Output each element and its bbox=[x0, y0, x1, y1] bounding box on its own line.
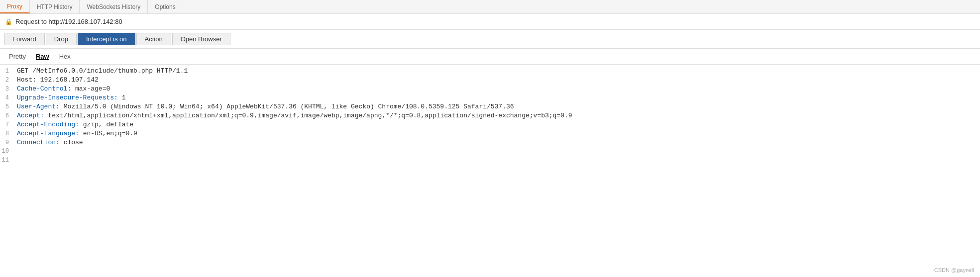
request-url: Request to http://192.168.107.142:80 bbox=[15, 18, 122, 25]
top-bar: ProxyHTTP HistoryWebSockets HistoryOptio… bbox=[0, 0, 980, 14]
line-text: Upgrade-Insecure-Requests: 1 bbox=[17, 94, 125, 101]
format-tab-pretty[interactable]: Pretty bbox=[4, 52, 31, 61]
line-text: Cache-Control: max-age=0 bbox=[17, 85, 110, 92]
top-bar-tab-proxy[interactable]: Proxy bbox=[0, 0, 30, 13]
top-bar-tab-http-history[interactable]: HTTP History bbox=[30, 0, 80, 13]
table-row: 6Accept: text/html,application/xhtml+xml… bbox=[0, 111, 980, 120]
table-row: 9Connection: close bbox=[0, 138, 980, 147]
line-number: 6 bbox=[0, 112, 12, 119]
open-browser-button[interactable]: Open Browser bbox=[172, 33, 230, 45]
line-text: Accept-Encoding: gzip, deflate bbox=[17, 121, 133, 128]
toolbar: ForwardDropIntercept is onActionOpen Bro… bbox=[0, 30, 980, 49]
forward-button[interactable]: Forward bbox=[4, 33, 45, 45]
top-bar-tab-options[interactable]: Options bbox=[148, 0, 183, 13]
line-number: 3 bbox=[0, 86, 12, 92]
content-area: 1GET /MetInfo6.0.0/include/thumb.php HTT… bbox=[0, 65, 980, 167]
line-number: 1 bbox=[0, 68, 12, 75]
table-row: 8Accept-Language: en-US,en;q=0.9 bbox=[0, 129, 980, 138]
table-row: 3Cache-Control: max-age=0 bbox=[0, 85, 980, 93]
line-text: Host: 192.168.107.142 bbox=[17, 76, 99, 84]
table-row: 10 bbox=[0, 147, 980, 156]
table-row: 1GET /MetInfo6.0.0/include/thumb.php HTT… bbox=[0, 67, 980, 76]
top-bar-tab-websockets-history[interactable]: WebSockets History bbox=[80, 0, 148, 13]
line-text: User-Agent: Mozilla/5.0 (Windows NT 10.0… bbox=[17, 103, 514, 110]
line-text: GET /MetInfo6.0.0/include/thumb.php HTTP… bbox=[17, 67, 188, 75]
table-row: 5User-Agent: Mozilla/5.0 (Windows NT 10.… bbox=[0, 102, 980, 111]
lock-icon: 🔒 bbox=[5, 18, 12, 25]
format-tabs: PrettyRawHex bbox=[0, 49, 980, 65]
line-number: 8 bbox=[0, 130, 12, 137]
table-row: 11 bbox=[0, 156, 980, 165]
line-text: Connection: close bbox=[17, 139, 83, 146]
line-number: 10 bbox=[0, 148, 12, 155]
intercept-button[interactable]: Intercept is on bbox=[78, 33, 135, 45]
table-row: 4Upgrade-Insecure-Requests: 1 bbox=[0, 93, 980, 102]
table-row: 2Host: 192.168.107.142 bbox=[0, 76, 980, 85]
line-number: 9 bbox=[0, 139, 12, 146]
request-bar: 🔒 Request to http://192.168.107.142:80 bbox=[0, 14, 980, 30]
drop-button[interactable]: Drop bbox=[46, 33, 77, 45]
line-number: 4 bbox=[0, 94, 12, 101]
line-number: 11 bbox=[0, 157, 12, 164]
line-text: Accept-Language: en-US,en;q=0.9 bbox=[17, 130, 137, 137]
line-number: 2 bbox=[0, 77, 12, 84]
line-number: 5 bbox=[0, 103, 12, 110]
line-number: 7 bbox=[0, 121, 12, 128]
format-tab-raw[interactable]: Raw bbox=[31, 52, 54, 61]
action-button[interactable]: Action bbox=[136, 33, 171, 45]
format-tab-hex[interactable]: Hex bbox=[54, 52, 76, 61]
watermark: CSDN @gaynell bbox=[934, 267, 974, 273]
line-text: Accept: text/html,application/xhtml+xml,… bbox=[17, 112, 572, 119]
table-row: 7Accept-Encoding: gzip, deflate bbox=[0, 120, 980, 129]
